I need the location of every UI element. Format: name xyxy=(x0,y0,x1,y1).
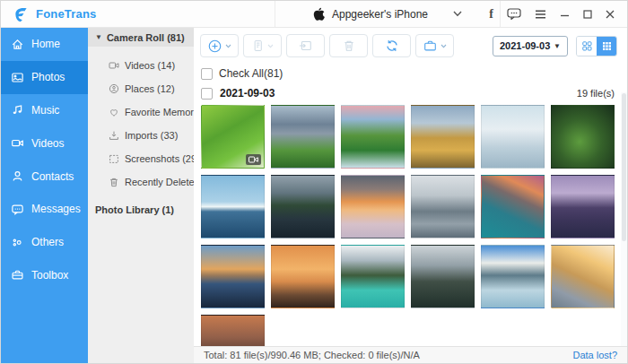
large-grid-view-button[interactable] xyxy=(577,37,597,56)
photo-thumbnail-green-leaves[interactable] xyxy=(201,105,265,169)
toolbox-icon xyxy=(11,268,24,282)
photo-thumbnail-pale-cliffs[interactable] xyxy=(481,105,545,169)
to-device-icon xyxy=(298,39,313,53)
tree-item-label: Videos (14) xyxy=(125,60,175,71)
contacts-icon xyxy=(11,169,24,183)
home-icon xyxy=(11,38,24,51)
tree-node-photo-library[interactable]: Photo Library (1) xyxy=(88,198,194,221)
sidebar-item-label: Photos xyxy=(31,71,65,83)
photo-thumbnail-mirror-lake[interactable] xyxy=(271,175,335,238)
tree-item-label: Screenshots (29) xyxy=(125,153,200,164)
trash-icon xyxy=(109,177,119,187)
photo-thumbnail-blue-horizon-lake[interactable] xyxy=(201,175,265,238)
scrollbar-thumb[interactable] xyxy=(622,93,626,241)
sidebar-item-label: Messages xyxy=(31,203,81,215)
fonetrans-window: FoneTrans Appgeeker's iPhone f xyxy=(0,0,628,364)
toolbar-right-group: 2021-09-03 ▼ xyxy=(493,36,621,56)
photo-grid xyxy=(201,105,627,346)
tree-item-videos[interactable]: Videos (14) xyxy=(88,54,194,77)
import-icon xyxy=(109,130,119,141)
window-controls: f xyxy=(489,7,627,22)
photo-thumbnail-icy-shore[interactable] xyxy=(481,245,545,308)
refresh-icon xyxy=(385,39,399,53)
fonetrans-logo-icon xyxy=(13,5,30,22)
sidebar-item-videos[interactable]: Videos xyxy=(1,126,88,160)
group-file-count: 19 file(s) xyxy=(577,88,627,99)
sidebar-item-music[interactable]: Music xyxy=(1,94,88,127)
date-filter-value: 2021-09-03 xyxy=(500,40,550,51)
menu-icon[interactable] xyxy=(535,10,546,19)
device-selector[interactable]: Appgeeker's iPhone xyxy=(275,1,501,27)
tree-item-places[interactable]: Places (12) xyxy=(88,77,194,100)
sidebar-item-label: Toolbox xyxy=(31,269,68,282)
data-lost-link[interactable]: Data lost? xyxy=(572,350,617,360)
refresh-button[interactable] xyxy=(372,34,411,57)
group-checkbox[interactable] xyxy=(201,88,213,100)
music-icon xyxy=(11,103,24,117)
photo-thumbnail-alpine-village[interactable] xyxy=(271,105,335,169)
vertical-scrollbar[interactable] xyxy=(621,92,627,346)
photo-thumbnail-winter-sunrise[interactable] xyxy=(551,245,615,308)
videos-icon xyxy=(11,136,24,150)
photo-thumbnail-glacier-lake[interactable] xyxy=(341,245,405,308)
status-summary: Total: 81 file(s)/990.46 MB; Checked: 0 … xyxy=(204,350,420,360)
titlebar: FoneTrans Appgeeker's iPhone f xyxy=(1,1,627,28)
date-filter-dropdown[interactable]: 2021-09-03 ▼ xyxy=(493,36,568,56)
delete-button[interactable] xyxy=(329,34,368,57)
photo-thumbnail-calm-dusk[interactable] xyxy=(271,245,335,308)
place-icon xyxy=(109,83,119,94)
tree-item-favorite-memories[interactable]: Favorite Memorie... xyxy=(88,100,194,124)
sidebar-item-messages[interactable]: Messages xyxy=(1,193,88,226)
brand: FoneTrans xyxy=(1,5,97,22)
sidebar-item-others[interactable]: Others xyxy=(1,226,88,259)
sidebar-item-label: Contacts xyxy=(31,170,74,183)
feedback-bubble-icon[interactable] xyxy=(507,8,521,20)
screenshot-icon xyxy=(109,153,119,164)
tree-item-label: Imports (33) xyxy=(125,130,178,141)
tree-item-label: Places (12) xyxy=(125,83,175,94)
small-grid-view-button[interactable] xyxy=(597,37,616,56)
check-all-row: Check All(81) xyxy=(201,65,627,82)
photo-thumbnail-cloudy-bay-sunset[interactable] xyxy=(201,245,265,308)
heart-icon xyxy=(109,107,119,117)
status-bar: Total: 81 file(s)/990.46 MB; Checked: 0 … xyxy=(194,346,627,363)
chevron-down-icon xyxy=(225,44,231,48)
group-date-label: 2021-09-03 xyxy=(220,87,275,100)
small-grid-icon xyxy=(602,41,612,51)
photo-thumbnail-ember-clouds[interactable] xyxy=(201,315,265,346)
photo-thumbnail-dark-moss-forest[interactable] xyxy=(551,105,615,169)
toolbox-button[interactable] xyxy=(415,34,454,57)
photo-thumbnail-violet-peaks[interactable] xyxy=(551,175,615,238)
send-to-device-button[interactable] xyxy=(286,34,325,57)
photo-thumbnail-island-lagoon[interactable] xyxy=(481,175,545,238)
close-button[interactable] xyxy=(606,10,615,19)
check-all-checkbox[interactable] xyxy=(201,68,213,80)
large-grid-icon xyxy=(582,41,592,51)
maximize-button[interactable] xyxy=(583,10,592,19)
sidebar-item-photos[interactable]: Photos xyxy=(1,61,88,94)
photo-thumbnail-misty-fjord[interactable] xyxy=(411,175,475,238)
sidebar-item-home[interactable]: Home xyxy=(1,28,88,61)
sidebar-item-label: Others xyxy=(31,236,64,248)
check-all-label: Check All(81) xyxy=(219,67,283,80)
photo-thumbnail-shadow-lake[interactable] xyxy=(411,245,475,308)
photo-thumbnail-autumn-road[interactable] xyxy=(411,105,475,169)
chevron-down-icon xyxy=(440,44,447,48)
export-button[interactable] xyxy=(243,34,282,57)
trash-icon xyxy=(342,39,356,53)
tree-node-camera-roll[interactable]: ▼ Camera Roll (81) xyxy=(88,28,194,47)
tree-item-screenshots[interactable]: Screenshots (29) xyxy=(88,147,194,170)
add-photos-button[interactable] xyxy=(200,34,239,57)
photo-toolbar: 2021-09-03 ▼ xyxy=(194,28,627,63)
minimize-button[interactable] xyxy=(560,10,570,19)
album-tree-panel: ▼ Camera Roll (81) Videos (14) Places (1… xyxy=(88,28,194,363)
export-icon xyxy=(251,39,265,53)
messages-icon xyxy=(11,203,24,216)
tree-item-recently-deleted[interactable]: Recently Deleted (2) xyxy=(88,170,194,194)
tree-item-imports[interactable]: Imports (33) xyxy=(88,124,194,147)
sidebar-item-contacts[interactable]: Contacts xyxy=(1,160,88,193)
sidebar-item-toolbox[interactable]: Toolbox xyxy=(1,259,88,292)
sidebar-item-label: Videos xyxy=(31,137,64,150)
photo-thumbnail-waterfall-valley[interactable] xyxy=(341,105,405,169)
photo-thumbnail-amber-sunset[interactable] xyxy=(341,175,405,238)
